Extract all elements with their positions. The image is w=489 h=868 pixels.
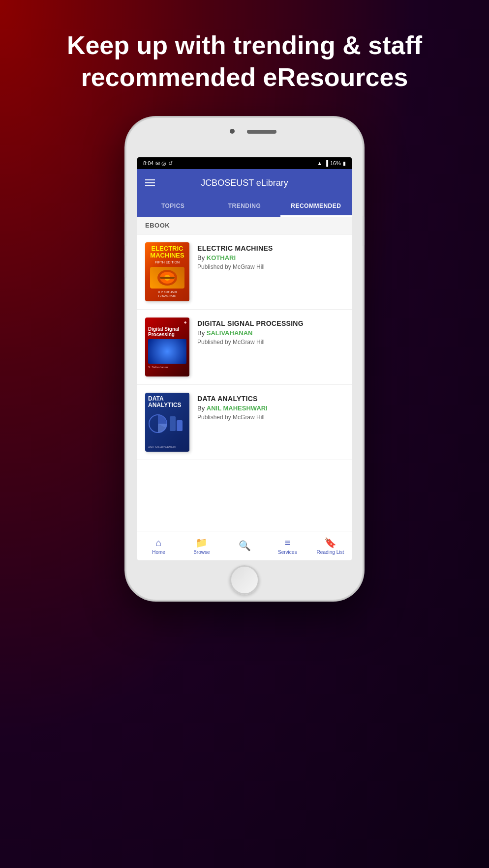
book-info-data-analytics: DATA ANALYTICS By ANIL MAHESHWARI Publis… [197, 393, 344, 421]
hamburger-line-1 [145, 179, 155, 180]
cover-electric-art: ELECTRICMACHINES FIFTH EDITION D P KOTHA… [145, 242, 189, 301]
cover-image [150, 267, 184, 289]
book-publisher: Published by McGraw Hill [197, 263, 344, 270]
author-name: SALIVAHANAN [207, 329, 253, 337]
phone-top-bar [126, 118, 363, 157]
app-title: JCBOSEUST eLibrary [163, 178, 344, 188]
cover-edition: FIFTH EDITION [155, 260, 180, 264]
dsp-header: ◆ [148, 320, 186, 324]
front-camera [230, 129, 235, 134]
tab-topics-label: TOPICS [161, 203, 184, 209]
phone-screen: 8:04 ✉ ◎ ↺ ▲ ▐ 16% ▮ JCBOSEUST eLibrary … [137, 157, 352, 560]
da-illustration [148, 411, 185, 436]
da-image-area [148, 411, 186, 436]
tab-recommended[interactable]: RECOMMENDED [280, 197, 352, 217]
section-header-ebook: EBOOK [137, 217, 352, 234]
da-title: DATAANALYTICS [148, 396, 186, 408]
book-publisher: Published by McGraw Hill [197, 414, 344, 421]
author-prefix: By [197, 405, 205, 412]
author-name: KOTHARI [207, 254, 236, 261]
signal-icon: ▐ [324, 160, 328, 166]
cover-da-art: DATAANALYTICS ANIL MAHESHWARI [145, 393, 189, 452]
svg-rect-5 [170, 416, 176, 431]
status-left: 8:04 ✉ ◎ ↺ [143, 160, 173, 167]
book-info-dsp: DIGITAL SIGNAL PROCESSING By SALIVAHANAN… [197, 318, 344, 346]
book-cover-data-analytics: DATAANALYTICS ANIL MAHESHWARI [145, 393, 189, 452]
author-prefix: By [197, 254, 205, 261]
nav-services-label: Services [278, 550, 297, 555]
nav-reading-list[interactable]: 🔖 Reading List [309, 531, 352, 560]
hamburger-line-2 [145, 182, 155, 183]
nav-reading-list-label: Reading List [317, 550, 344, 555]
da-author: ANIL MAHESHWARI [148, 446, 186, 449]
section-header-text: EBOOK [145, 222, 170, 229]
phone-frame: 8:04 ✉ ◎ ↺ ▲ ▐ 16% ▮ JCBOSEUST eLibrary … [126, 118, 363, 600]
silent-button [124, 197, 126, 214]
tab-topics[interactable]: TOPICS [137, 197, 209, 217]
headline: Keep up with trending & staff recommende… [37, 29, 452, 93]
book-cover-electric-machines: ELECTRICMACHINES FIFTH EDITION D P KOTHA… [145, 242, 189, 301]
power-button [363, 216, 365, 246]
book-item-dsp[interactable]: ◆ Digital SignalProcessing S. Salivahana… [137, 310, 352, 385]
nav-services[interactable]: ≡ Services [266, 531, 309, 560]
cover-dsp-art: ◆ Digital SignalProcessing S. Salivahana… [145, 318, 189, 376]
svg-rect-6 [177, 420, 183, 431]
nav-search[interactable]: 🔍 [223, 531, 266, 560]
cover-authors: D P KOTHARII J NAGRATH [158, 289, 177, 298]
motor-illustration [155, 268, 180, 288]
headline-line2: recommended eResources [81, 63, 408, 91]
nav-browse-label: Browse [193, 550, 210, 555]
status-time: 8:04 [143, 160, 153, 166]
hamburger-menu-button[interactable] [145, 179, 155, 186]
book-cover-dsp: ◆ Digital SignalProcessing S. Salivahana… [145, 318, 189, 376]
nav-browse[interactable]: 📁 Browse [180, 531, 223, 560]
nav-home-label: Home [152, 550, 165, 555]
cover-title: ELECTRICMACHINES [150, 245, 184, 260]
dsp-title: Digital SignalProcessing [148, 326, 186, 337]
book-info-electric-machines: ELECTRIC MACHINES By KOTHARI Published b… [197, 242, 344, 270]
status-right: ▲ ▐ 16% ▮ [317, 160, 346, 167]
home-icon: ⌂ [156, 537, 162, 549]
tab-recommended-label: RECOMMENDED [291, 203, 341, 209]
battery-level: 16% [330, 160, 341, 166]
status-bar: 8:04 ✉ ◎ ↺ ▲ ▐ 16% ▮ [137, 157, 352, 169]
reading-list-icon: 🔖 [324, 537, 336, 549]
dsp-author: S. Salivahanan [148, 366, 186, 369]
author-prefix: By [197, 329, 205, 337]
book-title: ELECTRIC MACHINES [197, 244, 344, 252]
book-title: DATA ANALYTICS [197, 395, 344, 403]
book-author: By SALIVAHANAN [197, 329, 344, 337]
browse-icon: 📁 [195, 537, 208, 549]
home-button[interactable] [230, 565, 259, 595]
phone-bottom-bar [230, 560, 259, 600]
svg-rect-3 [160, 277, 175, 279]
tabs-bar: TOPICS TRENDING RECOMMENDED [137, 197, 352, 217]
hamburger-line-3 [145, 185, 155, 186]
book-title: DIGITAL SIGNAL PROCESSING [197, 319, 344, 327]
volume-up-button [124, 221, 126, 246]
tab-trending-label: TRENDING [228, 203, 261, 209]
book-author: By ANIL MAHESHWARI [197, 405, 344, 412]
tab-trending[interactable]: TRENDING [209, 197, 280, 217]
speaker-grille [247, 130, 276, 134]
headline-line1: Keep up with trending & staff [67, 31, 422, 59]
battery-icon: ▮ [343, 160, 346, 167]
book-publisher: Published by McGraw Hill [197, 339, 344, 346]
app-bar: JCBOSEUST eLibrary [137, 169, 352, 197]
content-area: EBOOK ELECTRICMACHINES FIFTH EDITION [137, 217, 352, 531]
notification-icons: ✉ ◎ ↺ [155, 160, 172, 167]
volume-down-button [124, 253, 126, 278]
book-item-data-analytics[interactable]: DATAANALYTICS ANIL MAHESHWARI [137, 385, 352, 460]
book-item-electric-machines[interactable]: ELECTRICMACHINES FIFTH EDITION D P KOTHA… [137, 234, 352, 310]
search-icon: 🔍 [239, 540, 251, 551]
wifi-icon: ▲ [317, 160, 322, 166]
dsp-image [148, 339, 186, 364]
services-icon: ≡ [284, 537, 290, 549]
bottom-nav: ⌂ Home 📁 Browse 🔍 ≡ Services 🔖 Reading L… [137, 531, 352, 560]
nav-home[interactable]: ⌂ Home [137, 531, 180, 560]
book-author: By KOTHARI [197, 254, 344, 261]
author-name: ANIL MAHESHWARI [207, 405, 268, 412]
